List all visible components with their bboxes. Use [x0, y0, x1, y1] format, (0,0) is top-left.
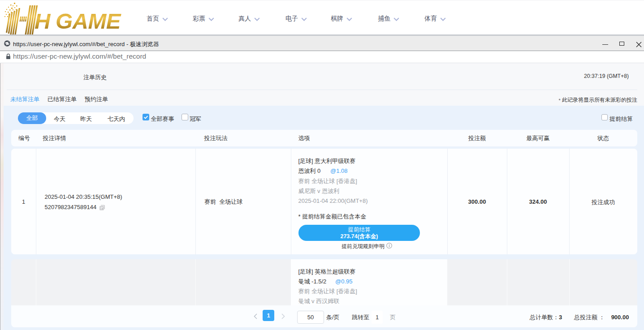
- svg-text:H: H: [35, 9, 51, 33]
- svg-text:GAME: GAME: [56, 9, 121, 33]
